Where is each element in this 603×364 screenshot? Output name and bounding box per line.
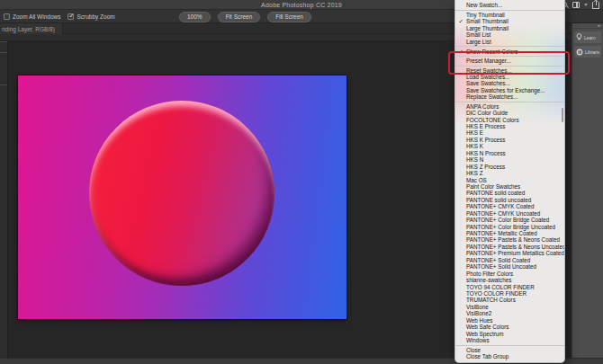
menu-item-label: PANTONE+ Metallic Coated bbox=[466, 230, 537, 236]
right-panel-dock: Learn Libraries bbox=[572, 23, 603, 358]
menu-item[interactable]: Mac OS bbox=[455, 176, 564, 182]
menu-item[interactable]: Save Swatches... bbox=[455, 80, 564, 86]
checkbox-icon[interactable] bbox=[68, 13, 74, 20]
menu-item-label: Web Safe Colors bbox=[466, 324, 508, 330]
menu-item[interactable]: ANPA Colors bbox=[455, 102, 564, 110]
menu-item[interactable]: DIC Color Guide bbox=[455, 110, 564, 116]
menu-item-label: HKS E bbox=[466, 129, 483, 136]
menu-scrollbar-thumb[interactable] bbox=[562, 108, 564, 122]
menu-item[interactable]: Load Swatches... bbox=[455, 74, 564, 80]
menu-item[interactable]: PANTONE+ Pastels & Neons Coated bbox=[455, 236, 564, 243]
menu-item[interactable]: Show Recent Colors bbox=[455, 46, 564, 54]
menu-item-label: PANTONE+ CMYK Uncoated bbox=[466, 210, 540, 217]
menu-item[interactable]: PANTONE solid uncoated bbox=[455, 197, 564, 203]
checkbox-icon[interactable] bbox=[4, 13, 10, 20]
menu-item[interactable]: PANTONE+ CMYK Coated bbox=[455, 203, 564, 209]
menu-item[interactable]: Small List bbox=[455, 31, 564, 38]
learn-panel-button[interactable]: Learn bbox=[574, 31, 601, 43]
menu-item-label: PANTONE+ Color Bridge Uncoated bbox=[466, 224, 555, 230]
menu-item-label: Small List bbox=[466, 31, 490, 38]
titlebar-icon-group bbox=[562, 1, 599, 9]
zoom-option-button[interactable]: 100% bbox=[179, 12, 211, 22]
menu-item-label: HKS N Process bbox=[466, 150, 506, 156]
menu-item[interactable]: PANTONE+ Premium Metallics Coated bbox=[455, 250, 564, 256]
menu-item[interactable]: PANTONE+ Solid Uncoated bbox=[455, 263, 564, 270]
menu-item[interactable]: Web Hues bbox=[455, 316, 564, 323]
menu-item[interactable]: HKS N Process bbox=[455, 150, 564, 156]
menu-item[interactable]: HKS Z bbox=[455, 170, 564, 176]
menu-item[interactable]: Windows bbox=[455, 337, 564, 343]
menu-item-label: Large Thumbnail bbox=[466, 25, 508, 31]
photoshop-window: Adobe Photoshop CC 2019 Zoom All Windows… bbox=[0, 0, 603, 364]
menu-item-label: HKS Z Process bbox=[466, 164, 505, 170]
menu-item[interactable]: Photo Filter Colors bbox=[455, 270, 564, 276]
menu-item[interactable]: PANTONE+ Color Bridge Coated bbox=[455, 217, 564, 223]
menu-item[interactable]: TOYO COLOR FINDER bbox=[455, 290, 564, 297]
menu-item-label: PANTONE+ Premium Metallics Coated bbox=[466, 250, 564, 256]
menu-item[interactable]: TOYO 94 COLOR FINDER bbox=[455, 283, 564, 289]
menu-item[interactable]: Paint Color Swatches bbox=[455, 183, 564, 190]
menu-item[interactable]: VisiBone bbox=[455, 304, 564, 310]
menu-item-label: HKS E Process bbox=[466, 123, 505, 129]
learn-label: Learn bbox=[584, 35, 596, 40]
menu-item[interactable]: Replace Swatches... bbox=[455, 93, 564, 100]
menu-item-label: Mac OS bbox=[466, 177, 487, 183]
menu-item[interactable]: HKS E Process bbox=[455, 123, 564, 129]
document-canvas[interactable] bbox=[18, 75, 346, 319]
zoom-option-button[interactable]: Fill Screen bbox=[267, 12, 311, 22]
menu-item-label: PANTONE solid uncoated bbox=[466, 197, 531, 203]
menu-item[interactable]: Save Swatches for Exchange... bbox=[455, 86, 564, 93]
menu-item[interactable]: PANTONE+ Color Bridge Uncoated bbox=[455, 223, 564, 229]
menu-item-label: HKS K bbox=[466, 143, 483, 149]
menu-item-label: HKS Z bbox=[466, 170, 483, 176]
chevron-down-icon[interactable] bbox=[584, 4, 588, 6]
vertical-ruler bbox=[0, 41, 8, 358]
menu-item[interactable]: VisiBone2 bbox=[455, 310, 564, 316]
menu-item[interactable]: shianne-swatches bbox=[455, 277, 564, 283]
menu-item[interactable]: HKS Z Process bbox=[455, 163, 564, 169]
zoom-option-button[interactable]: Fit Screen bbox=[218, 12, 261, 22]
menu-item[interactable]: PANTONE solid coated bbox=[455, 190, 564, 196]
menu-item[interactable]: HKS E bbox=[455, 129, 564, 136]
menu-item[interactable]: TRUMATCH Colors bbox=[455, 297, 564, 303]
menu-item-label: Replace Swatches... bbox=[466, 93, 518, 100]
libraries-panel-button[interactable]: Libraries bbox=[574, 46, 601, 58]
option-checkbox[interactable]: Zoom All Windows bbox=[4, 13, 60, 20]
menu-item-label: Large List bbox=[466, 39, 491, 45]
menu-item[interactable]: HKS K bbox=[455, 143, 564, 149]
menu-item[interactable]: Web Safe Colors bbox=[455, 324, 564, 330]
menu-item-label: Show Recent Colors bbox=[466, 49, 518, 55]
menu-item[interactable]: PANTONE+ CMYK Uncoated bbox=[455, 209, 564, 216]
share-icon[interactable] bbox=[592, 2, 599, 9]
menu-item[interactable]: Preset Manager... bbox=[455, 56, 564, 64]
menu-item-label: Save Swatches for Exchange... bbox=[466, 87, 545, 93]
menu-item[interactable]: Web Spectrum bbox=[455, 330, 564, 336]
menu-item[interactable]: Close bbox=[455, 345, 564, 353]
menu-item[interactable]: Small Thumbnail bbox=[455, 18, 564, 24]
option-checkbox[interactable]: Scrubby Zoom bbox=[68, 13, 114, 20]
menu-item-label: Web Spectrum bbox=[466, 331, 504, 337]
menu-item[interactable]: PANTONE+ Solid Coated bbox=[455, 257, 564, 263]
menu-item-label: PANTONE+ Pastels & Neons Coated bbox=[466, 236, 560, 243]
swatches-panel-menu: New Swatch... Tiny Thumbnail Small Thumb… bbox=[454, 0, 565, 363]
menu-item[interactable]: Close Tab Group bbox=[455, 353, 564, 360]
menu-item-label: Small Thumbnail bbox=[466, 18, 508, 24]
menu-item[interactable]: New Swatch... bbox=[455, 2, 564, 8]
menu-item[interactable]: FOCOLTONE Colors bbox=[455, 116, 564, 122]
workspace-switcher-icon[interactable] bbox=[572, 2, 580, 8]
menu-item[interactable]: HKS K Process bbox=[455, 137, 564, 143]
menu-item-label: VisiBone2 bbox=[466, 310, 491, 316]
menu-item-label: PANTONE solid coated bbox=[466, 190, 525, 196]
menu-item[interactable]: Reset Swatches... bbox=[455, 66, 564, 74]
menu-item-label: PANTONE+ Color Bridge Coated bbox=[466, 217, 549, 223]
checkbox-label: Scrubby Zoom bbox=[76, 13, 114, 20]
menu-item[interactable]: Large List bbox=[455, 38, 564, 44]
menu-item[interactable]: PANTONE+ Metallic Coated bbox=[455, 230, 564, 236]
menu-item[interactable]: Tiny Thumbnail bbox=[455, 10, 564, 18]
document-tab-label: nding Layer, RGB/8) bbox=[2, 26, 55, 32]
menu-item[interactable]: PANTONE+ Pastels & Neons Uncoated bbox=[455, 244, 564, 250]
lightbulb-icon bbox=[576, 33, 582, 41]
menu-item[interactable]: Large Thumbnail bbox=[455, 24, 564, 31]
menu-item[interactable]: HKS N bbox=[455, 156, 564, 163]
document-tab[interactable]: nding Layer, RGB/8) bbox=[0, 23, 63, 34]
